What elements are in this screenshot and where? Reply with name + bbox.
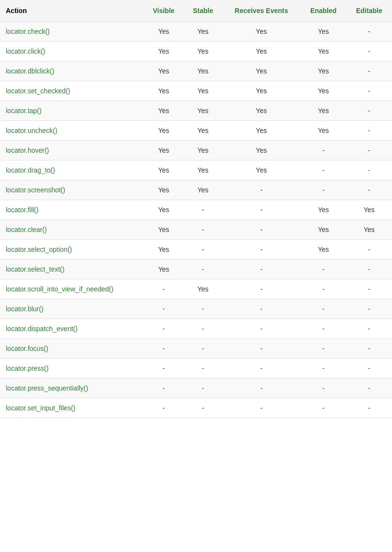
visible-cell: Yes: [144, 42, 184, 61]
receives_events-cell: Yes: [222, 22, 301, 42]
table-row: locator.fill()Yes--YesYes: [0, 200, 392, 220]
action-cell: locator.dblclick(): [0, 61, 144, 81]
receives_events-cell: -: [222, 339, 301, 359]
visible-cell: -: [144, 339, 184, 359]
enabled-cell: -: [301, 359, 347, 378]
stable-cell: -: [184, 319, 222, 339]
table-row: locator.set_checked()YesYesYesYes-: [0, 81, 392, 101]
receives_events-cell: Yes: [222, 61, 301, 81]
editable-cell: -: [346, 279, 392, 299]
receives_events-cell: -: [222, 180, 301, 200]
table-row: locator.hover()YesYesYes--: [0, 141, 392, 160]
editable-cell: -: [346, 81, 392, 101]
table-row: locator.clear()Yes--YesYes: [0, 220, 392, 240]
receives_events-cell: -: [222, 240, 301, 260]
receives_events-cell: Yes: [222, 81, 301, 101]
stable-cell: -: [184, 200, 222, 220]
enabled-cell: Yes: [301, 220, 347, 240]
visible-cell: -: [144, 378, 184, 398]
stable-cell: Yes: [184, 121, 222, 141]
editable-cell: -: [346, 121, 392, 141]
enabled-cell: -: [301, 141, 347, 160]
action-cell: locator.scroll_into_view_if_needed(): [0, 279, 144, 299]
enabled-cell: -: [301, 378, 347, 398]
table-row: locator.blur()-----: [0, 299, 392, 319]
action-cell: locator.set_checked(): [0, 81, 144, 101]
table-row: locator.focus()-----: [0, 339, 392, 359]
table-row: locator.press_sequentially()-----: [0, 378, 392, 398]
column-header-receives_events: Receives Events: [222, 0, 301, 22]
enabled-cell: -: [301, 160, 347, 180]
stable-cell: Yes: [184, 279, 222, 299]
table-row: locator.select_text()Yes----: [0, 260, 392, 279]
table-row: locator.dblclick()YesYesYesYes-: [0, 61, 392, 81]
table-row: locator.tap()YesYesYesYes-: [0, 101, 392, 121]
enabled-cell: -: [301, 339, 347, 359]
visible-cell: Yes: [144, 180, 184, 200]
stable-cell: Yes: [184, 101, 222, 121]
enabled-cell: -: [301, 279, 347, 299]
editable-cell: -: [346, 359, 392, 378]
stable-cell: -: [184, 260, 222, 279]
editable-cell: -: [346, 240, 392, 260]
enabled-cell: -: [301, 319, 347, 339]
visible-cell: Yes: [144, 260, 184, 279]
receives_events-cell: Yes: [222, 101, 301, 121]
editable-cell: -: [346, 319, 392, 339]
enabled-cell: Yes: [301, 81, 347, 101]
table-row: locator.press()-----: [0, 359, 392, 378]
action-cell: locator.uncheck(): [0, 121, 144, 141]
editable-cell: -: [346, 260, 392, 279]
enabled-cell: -: [301, 260, 347, 279]
table-row: locator.scroll_into_view_if_needed()-Yes…: [0, 279, 392, 299]
editable-cell: -: [346, 339, 392, 359]
stable-cell: Yes: [184, 141, 222, 160]
enabled-cell: Yes: [301, 200, 347, 220]
table-row: locator.set_input_files()-----: [0, 398, 392, 418]
stable-cell: Yes: [184, 42, 222, 61]
visible-cell: -: [144, 359, 184, 378]
editable-cell: -: [346, 22, 392, 42]
action-cell: locator.check(): [0, 22, 144, 42]
receives_events-cell: -: [222, 260, 301, 279]
visible-cell: Yes: [144, 22, 184, 42]
visible-cell: -: [144, 279, 184, 299]
stable-cell: -: [184, 299, 222, 319]
editable-cell: Yes: [346, 200, 392, 220]
stable-cell: Yes: [184, 160, 222, 180]
editable-cell: -: [346, 42, 392, 61]
table-row: locator.screenshot()YesYes---: [0, 180, 392, 200]
receives_events-cell: -: [222, 398, 301, 418]
column-header-visible: Visible: [144, 0, 184, 22]
action-cell: locator.clear(): [0, 220, 144, 240]
receives_events-cell: -: [222, 359, 301, 378]
editable-cell: -: [346, 101, 392, 121]
action-cell: locator.screenshot(): [0, 180, 144, 200]
action-cell: locator.press_sequentially(): [0, 378, 144, 398]
stable-cell: Yes: [184, 61, 222, 81]
action-cell: locator.press(): [0, 359, 144, 378]
editable-cell: Yes: [346, 220, 392, 240]
action-cell: locator.dispatch_event(): [0, 319, 144, 339]
action-cell: locator.select_text(): [0, 260, 144, 279]
table-row: locator.select_option()Yes--Yes-: [0, 240, 392, 260]
action-cell: locator.select_option(): [0, 240, 144, 260]
enabled-cell: Yes: [301, 101, 347, 121]
enabled-cell: Yes: [301, 121, 347, 141]
stable-cell: -: [184, 398, 222, 418]
action-cell: locator.blur(): [0, 299, 144, 319]
editable-cell: -: [346, 398, 392, 418]
visible-cell: Yes: [144, 101, 184, 121]
editable-cell: -: [346, 180, 392, 200]
editable-cell: -: [346, 160, 392, 180]
enabled-cell: Yes: [301, 22, 347, 42]
receives_events-cell: -: [222, 279, 301, 299]
visible-cell: Yes: [144, 141, 184, 160]
table-row: locator.check()YesYesYesYes-: [0, 22, 392, 42]
action-cell: locator.hover(): [0, 141, 144, 160]
receives_events-cell: Yes: [222, 141, 301, 160]
table-row: locator.uncheck()YesYesYesYes-: [0, 121, 392, 141]
stable-cell: -: [184, 220, 222, 240]
enabled-cell: -: [301, 398, 347, 418]
table-row: locator.dispatch_event()-----: [0, 319, 392, 339]
